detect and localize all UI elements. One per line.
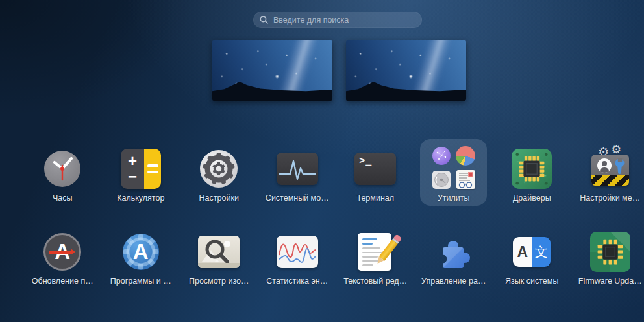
search-input[interactable]: [273, 16, 415, 25]
hazard-stripes: [591, 175, 629, 186]
app-label: Обновление п…: [32, 277, 93, 286]
terminal-icon: >_: [354, 148, 396, 190]
app-label: Статистика эн…: [266, 277, 328, 286]
progress-bar: [49, 251, 71, 254]
app-label: Текстовый ред…: [343, 277, 407, 286]
app-label: Язык системы: [505, 277, 558, 286]
app-grid: Часы + − Калькулятор: [23, 139, 644, 322]
app-calculator[interactable]: + − Калькулятор: [102, 139, 180, 222]
letter-a-glyph: A: [513, 237, 532, 267]
app-label: Калькулятор: [117, 193, 164, 203]
hard-disk-icon: [432, 170, 451, 190]
app-terminal[interactable]: >_ Терминал: [336, 139, 415, 222]
search-icon: [260, 16, 268, 24]
settings-gear-icon: [198, 148, 240, 190]
clock-icon: [42, 148, 83, 190]
plus-glyph: +: [128, 153, 137, 169]
app-system-language[interactable]: A 文 Язык системы: [493, 222, 571, 305]
app-label: Системный мо…: [266, 193, 329, 203]
app-label: Просмотр изо…: [189, 277, 249, 286]
language-icon: A 文: [511, 231, 552, 273]
app-power-statistics[interactable]: Статистика эн…: [258, 222, 337, 305]
folder-highlight: Утилиты: [420, 139, 487, 206]
image-viewer-icon: [198, 231, 240, 273]
app-image-viewer[interactable]: Просмотр изо…: [180, 222, 258, 305]
wrench-icon: [613, 157, 627, 175]
minus-glyph: −: [128, 169, 137, 184]
greeter-settings-icon: ⚙ ⚙: [589, 148, 631, 190]
app-label: Управление ра…: [421, 277, 486, 286]
app-drivers[interactable]: Драйверы: [493, 139, 571, 222]
letter-a-glyph: A: [121, 232, 160, 271]
app-clock[interactable]: Часы: [23, 139, 102, 222]
workspace-thumbnail-1[interactable]: [212, 40, 332, 101]
partial-app-blue[interactable]: [102, 305, 180, 322]
software-properties-icon: A: [120, 231, 162, 273]
system-monitor-icon: [277, 148, 318, 190]
log-document-icon: [456, 170, 475, 189]
workspace-thumbnail-2[interactable]: [346, 40, 466, 101]
app-label: Firmware Upda…: [578, 277, 642, 286]
app-label: Терминал: [356, 193, 394, 203]
app-system-monitor[interactable]: Системный мо…: [258, 139, 337, 222]
app-label: Драйверы: [513, 193, 551, 203]
app-label: Программы и …: [110, 277, 171, 286]
calculator-icon: + −: [120, 148, 162, 190]
disk-usage-pie-icon: [456, 146, 475, 166]
extensions-puzzle-icon: [433, 231, 475, 273]
app-settings[interactable]: Настройки: [180, 139, 258, 222]
software-updater-icon: A: [42, 231, 83, 273]
app-label: Утилиты: [438, 193, 470, 203]
utilities-folder-icon: [433, 148, 475, 190]
folder-utilities[interactable]: Утилиты: [415, 139, 493, 222]
app-greeter-settings[interactable]: ⚙ ⚙ Настройки ме…: [571, 139, 644, 222]
letter-wen-glyph: 文: [532, 237, 551, 267]
firmware-updater-icon: [589, 231, 631, 273]
app-text-editor[interactable]: Текстовый ред…: [336, 222, 415, 305]
purple-sphere-icon: [432, 146, 451, 166]
white-card-red-logo-icon: [42, 314, 83, 322]
prompt-glyph: >_: [359, 155, 372, 166]
app-label: Настройки ме…: [580, 193, 640, 203]
search-bar[interactable]: [253, 12, 422, 28]
app-label: Часы: [53, 193, 73, 203]
blue-card-icon: [120, 314, 162, 322]
user-avatar-icon: [597, 158, 612, 173]
app-software-properties[interactable]: A Программы и …: [102, 222, 180, 305]
power-statistics-icon: [277, 231, 318, 273]
drivers-chip-icon: [511, 148, 552, 190]
equals-glyph: [144, 149, 160, 189]
app-extensions[interactable]: Управление ра…: [415, 222, 493, 305]
app-software-updater[interactable]: A Обновление п…: [23, 222, 102, 305]
text-editor-icon: [354, 231, 396, 273]
partial-app-white[interactable]: [23, 305, 102, 322]
activities-overview: { "search": { "placeholder": "Введите дл…: [0, 0, 644, 322]
app-firmware-updater[interactable]: Firmware Upda…: [571, 222, 644, 305]
app-label: Настройки: [199, 193, 239, 203]
